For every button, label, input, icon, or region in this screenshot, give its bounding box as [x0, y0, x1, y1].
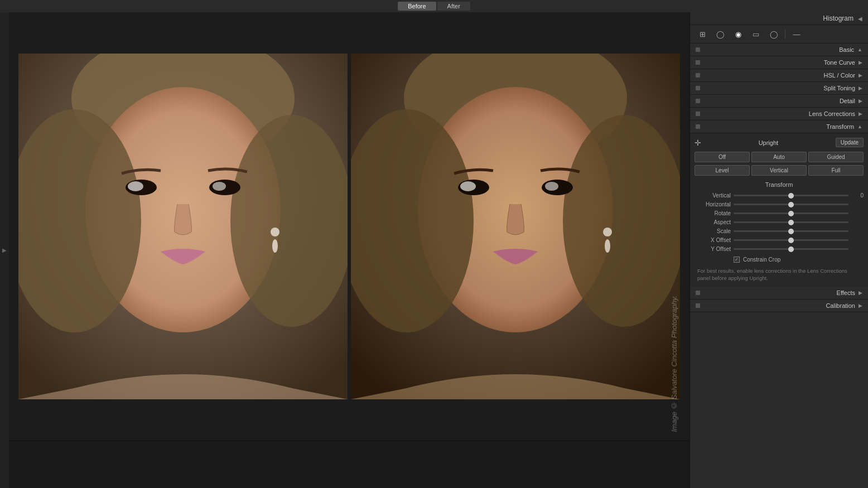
lens-corrections-section-label: Lens Corrections: [705, 110, 855, 117]
scale-slider-row: Scale: [695, 228, 864, 234]
effects-toggle: [696, 291, 700, 295]
x-offset-slider-label: X Offset: [695, 237, 731, 243]
lens-corrections-toggle: [696, 112, 700, 116]
basic-section-header[interactable]: Basic ▲: [690, 44, 868, 56]
transform-section-header[interactable]: Transform ▲: [690, 120, 868, 133]
horizontal-slider-thumb[interactable]: [788, 202, 794, 207]
constrain-crop-checkbox[interactable]: ✓: [734, 257, 740, 263]
after-tab[interactable]: After: [437, 2, 470, 11]
transform-toggle: [696, 124, 700, 129]
svg-point-19: [545, 182, 558, 191]
tone-curve-section-header[interactable]: Tone Curve ▶: [690, 56, 868, 69]
basic-toggle: [696, 47, 700, 52]
aspect-slider-row: Aspect: [695, 219, 864, 225]
split-toning-section-header[interactable]: Split Toning ▶: [690, 82, 868, 95]
hsl-section-header[interactable]: HSL / Color ▶: [690, 69, 868, 82]
histogram-header: Histogram ◀: [690, 12, 868, 25]
upright-buttons-row2: Level Vertical Full: [695, 165, 864, 176]
rotate-slider-label: Rotate: [695, 210, 731, 216]
radial-tool-icon[interactable]: ◯: [767, 28, 780, 40]
scale-slider-thumb[interactable]: [788, 229, 794, 234]
upright-off-button[interactable]: Off: [695, 152, 750, 162]
rotate-slider-track[interactable]: [734, 212, 848, 214]
scale-slider-label: Scale: [695, 228, 731, 234]
svg-point-4: [230, 115, 348, 327]
detail-section-label: Detail: [705, 98, 855, 104]
calibration-section-arrow: ▶: [859, 303, 862, 308]
hsl-section-label: HSL / Color: [705, 72, 855, 79]
svg-point-21: [605, 239, 610, 253]
y-offset-slider-track[interactable]: [734, 248, 848, 250]
svg-point-20: [603, 228, 612, 236]
upright-full-button[interactable]: Full: [808, 165, 864, 176]
svg-point-7: [128, 181, 143, 191]
basic-section-label: Basic: [705, 46, 854, 53]
scale-slider-track[interactable]: [734, 230, 848, 232]
hsl-toggle: [696, 73, 700, 78]
panel-collapse-icon[interactable]: ◀: [858, 16, 862, 22]
main-content: ▶: [0, 12, 868, 488]
svg-point-15: [563, 115, 680, 327]
effects-section-header[interactable]: Effects ▶: [690, 287, 868, 299]
detail-toggle: [696, 99, 700, 103]
y-offset-slider-thumb[interactable]: [788, 247, 794, 252]
horizontal-slider-track[interactable]: [734, 204, 848, 205]
hsl-section-arrow: ▶: [859, 73, 862, 78]
minus-tool-icon[interactable]: —: [790, 28, 803, 40]
horizontal-slider-label: Horizontal: [695, 201, 731, 207]
filmstrip: [9, 441, 689, 488]
target-tool-icon[interactable]: ◉: [731, 28, 745, 40]
rect-tool-icon[interactable]: ▭: [749, 28, 763, 40]
right-panel: Histogram ◀ ⊞ ◯ ◉ ▭ ◯ — Basic ▲ Tone Cur…: [689, 12, 868, 488]
svg-point-9: [271, 228, 279, 236]
aspect-slider-thumb[interactable]: [788, 220, 794, 225]
rotate-slider-thumb[interactable]: [788, 211, 794, 216]
transform-subsection-title: Transform: [695, 181, 864, 188]
y-offset-slider-row: Y Offset: [695, 246, 864, 252]
vertical-slider-value: 0: [851, 192, 864, 199]
lens-corrections-section-header[interactable]: Lens Corrections ▶: [690, 108, 868, 120]
calibration-section-header[interactable]: Calibration ▶: [690, 299, 868, 312]
grid-tool-icon[interactable]: ⊞: [696, 28, 709, 40]
constrain-crop-label: Constrain Crop: [743, 257, 780, 263]
before-after-tabs: Before After: [398, 2, 470, 11]
left-panel-toggle[interactable]: ▶: [0, 12, 9, 488]
upright-level-button[interactable]: Level: [695, 165, 750, 176]
horizontal-slider-row: Horizontal: [695, 201, 864, 207]
vertical-slider-thumb[interactable]: [788, 193, 794, 199]
upright-vertical-button[interactable]: Vertical: [751, 165, 807, 176]
upright-label: Upright: [701, 139, 836, 146]
after-photo: [351, 54, 680, 399]
plus-icon[interactable]: ✛: [695, 138, 701, 147]
upright-buttons-row1: Off Auto Guided: [695, 152, 864, 162]
transform-hint-text: For best results, enable lens correction…: [695, 267, 864, 282]
upright-row: ✛ Upright Update: [695, 138, 864, 147]
calibration-toggle: [696, 303, 700, 308]
before-photo-wrapper: [18, 54, 348, 399]
upright-guided-button[interactable]: Guided: [808, 152, 864, 162]
circle-tool-icon[interactable]: ◯: [713, 28, 727, 40]
upright-auto-button[interactable]: Auto: [751, 152, 807, 162]
svg-point-8: [213, 182, 226, 191]
histogram-title: Histogram: [696, 15, 853, 22]
svg-point-10: [272, 239, 278, 253]
before-tab[interactable]: Before: [398, 2, 436, 11]
calibration-section-label: Calibration: [705, 302, 855, 309]
aspect-slider-track[interactable]: [734, 221, 848, 223]
tone-curve-toggle: [696, 60, 700, 65]
detail-section-arrow: ▶: [859, 98, 862, 104]
x-offset-slider-thumb[interactable]: [788, 238, 794, 243]
y-offset-slider-label: Y Offset: [695, 246, 731, 252]
vertical-slider-row: Vertical 0: [695, 192, 864, 199]
left-arrow-icon: ▶: [2, 247, 7, 253]
split-toning-section-label: Split Toning: [705, 85, 855, 91]
x-offset-slider-track[interactable]: [734, 239, 848, 241]
aspect-slider-label: Aspect: [695, 219, 731, 225]
update-button[interactable]: Update: [836, 138, 864, 147]
transform-section-label: Transform: [705, 123, 854, 130]
rotate-slider-row: Rotate: [695, 210, 864, 216]
tool-separator: [785, 30, 785, 38]
vertical-slider-track[interactable]: [734, 195, 848, 196]
detail-section-header[interactable]: Detail ▶: [690, 95, 868, 108]
top-bar: Before After: [0, 0, 868, 12]
